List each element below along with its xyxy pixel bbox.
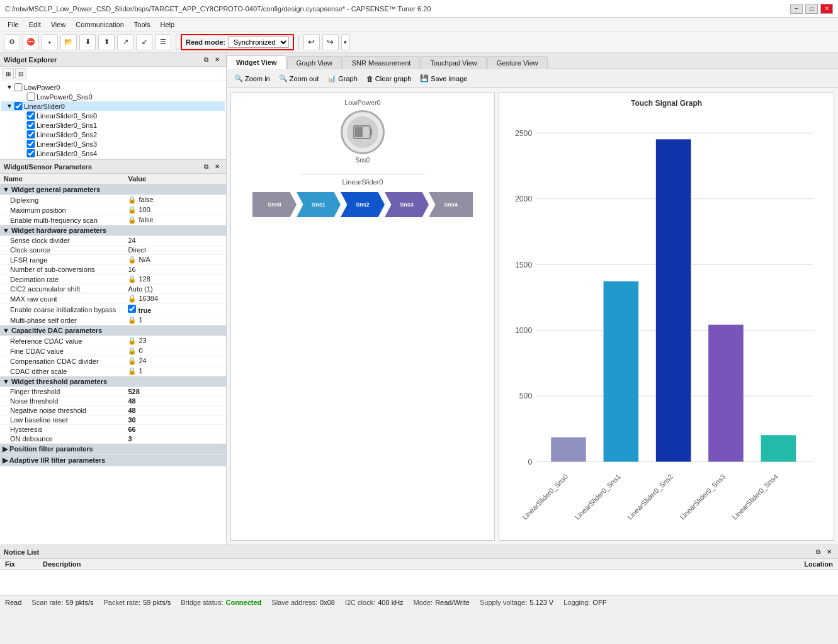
- param-clock: Clock source Direct: [0, 246, 226, 255]
- notice-close-btn[interactable]: ✕: [824, 547, 834, 557]
- upload-button[interactable]: ⬆: [98, 34, 115, 50]
- section-label-general: Widget general parameters: [11, 186, 100, 193]
- tree-check-linearslider0-sns1[interactable]: [26, 121, 35, 129]
- clear-graph-button[interactable]: 🗑 Clear graph: [363, 74, 415, 84]
- menu-edit[interactable]: Edit: [24, 20, 46, 30]
- status-bar: Read Scan rate: 59 pkts/s Packet rate: 5…: [0, 595, 838, 609]
- tree-item-lowpower0-sns0[interactable]: LowPower0_Sns0: [1, 92, 225, 101]
- graph-button[interactable]: 📊 Graph: [324, 73, 361, 84]
- y-label-1000: 1000: [515, 326, 532, 335]
- tree-toggle-linearslider0[interactable]: ▼: [5, 103, 14, 110]
- section-toggle-threshold[interactable]: ▼: [3, 378, 9, 385]
- explorer-toolbar: ⊞ ⊟: [0, 67, 226, 81]
- tab-graph-view[interactable]: Graph View: [287, 56, 342, 69]
- menu-help[interactable]: Help: [155, 20, 179, 30]
- section-toggle-hw[interactable]: ▼: [3, 227, 9, 234]
- undo-button[interactable]: ↩: [303, 34, 320, 50]
- param-name-noise: Noise threshold: [0, 397, 124, 406]
- open-button[interactable]: 📂: [60, 34, 77, 50]
- import-button[interactable]: ↙: [136, 34, 152, 50]
- maximize-button[interactable]: □: [805, 4, 818, 14]
- export-button[interactable]: ↗: [117, 34, 133, 50]
- param-cdacdither: CDAC dither scale 🔒 1: [0, 366, 226, 376]
- widget-view-panel: LowPower0 Sns0: [230, 92, 495, 541]
- connect-button[interactable]: ▪: [42, 34, 58, 50]
- tree-item-linearslider0-sns2[interactable]: LinearSlider0_Sns2: [1, 130, 225, 139]
- notice-col-fix: Fix: [5, 560, 43, 568]
- minimize-button[interactable]: −: [790, 4, 803, 14]
- param-negnoise: Negative noise threshold 48: [0, 406, 226, 415]
- graph-label: Graph: [338, 75, 358, 82]
- close-button[interactable]: ✕: [820, 4, 833, 14]
- lock-icon-maxpos: 🔒: [128, 206, 137, 213]
- tree-check-lowpower0[interactable]: [14, 83, 23, 91]
- lock-icon-compcdac: 🔒: [128, 357, 137, 364]
- menu-communication[interactable]: Communication: [71, 20, 128, 30]
- stop-button[interactable]: ⛔: [23, 34, 39, 50]
- params-col-value: Value: [124, 174, 226, 184]
- params-close-btn[interactable]: ✕: [212, 162, 222, 172]
- param-coarse: Enable coarse initialization bypass true: [0, 304, 226, 315]
- menu-view[interactable]: View: [46, 20, 71, 30]
- tree-check-linearslider0-sns2[interactable]: [26, 130, 35, 138]
- explorer-expand-all[interactable]: ⊞: [3, 68, 14, 79]
- status-logging: Logging: OFF: [563, 599, 606, 606]
- list-button[interactable]: ☰: [155, 34, 171, 50]
- tree-label-linearslider0-sns2: LinearSlider0_Sns2: [37, 131, 97, 138]
- notice-table-header: Fix Description Location: [0, 559, 838, 570]
- param-name-finecdac: Fine CDAC value: [0, 346, 124, 356]
- redo-button[interactable]: ↪: [322, 34, 339, 50]
- section-toggle-cdac[interactable]: ▼: [3, 327, 9, 334]
- widget-explorer-restore[interactable]: ⧉: [201, 55, 211, 65]
- notice-restore-btn[interactable]: ⧉: [813, 547, 823, 557]
- param-maxraw: MAX raw count 🔒 16384: [0, 294, 226, 304]
- tab-snr-measurement[interactable]: SNR Measurement: [343, 56, 421, 69]
- tab-widget-view[interactable]: Widget View: [227, 55, 286, 69]
- tree-label-lowpower0-sns0: LowPower0_Sns0: [37, 93, 93, 101]
- status-scanrate-label: Scan rate:: [31, 599, 63, 606]
- tab-gesture-view[interactable]: Gesture View: [487, 56, 548, 69]
- redo-dropdown[interactable]: ▾: [341, 34, 350, 50]
- download-button[interactable]: ⬇: [79, 34, 96, 50]
- read-mode-select[interactable]: Synchronized Manual Automatic: [228, 37, 289, 48]
- check-coarse[interactable]: [128, 305, 136, 313]
- tree-toggle-lowpower0[interactable]: ▼: [5, 84, 14, 91]
- explorer-collapse-all[interactable]: ⊟: [15, 68, 26, 79]
- zoom-out-button[interactable]: 🔍 Zoom out: [275, 73, 322, 84]
- section-label-cdac: Capacitive DAC parameters: [11, 327, 102, 334]
- save-image-button[interactable]: 💾 Save image: [416, 73, 471, 84]
- zoom-in-button[interactable]: 🔍 Zoom in: [230, 73, 274, 84]
- widget-explorer-close[interactable]: ✕: [212, 55, 222, 65]
- tree-check-linearslider0-sns3[interactable]: [26, 140, 35, 148]
- x-label-sns0: LinearSlider0_Sns0: [521, 473, 569, 521]
- sns3-shape: Sns3: [385, 192, 429, 217]
- tree-item-linearslider0-sns0[interactable]: LinearSlider0_Sns0: [1, 111, 225, 120]
- param-decrate: Decimation rate 🔒 128: [0, 274, 226, 285]
- notice-content: [0, 570, 838, 595]
- param-multiphase: Multi-phase self order 🔒 1: [0, 315, 226, 325]
- status-packetrate-label: Packet rate:: [103, 599, 140, 606]
- menu-file[interactable]: File: [3, 20, 24, 30]
- tree-item-linearslider0-sns4[interactable]: LinearSlider0_Sns4: [1, 149, 225, 158]
- tree-item-lowpower0[interactable]: ▼ LowPower0: [1, 82, 225, 92]
- param-diplexing: Diplexing 🔒 false: [0, 195, 226, 205]
- section-toggle-posfilter[interactable]: ▶: [3, 445, 8, 453]
- param-name-maxraw: MAX raw count: [0, 294, 124, 304]
- tree-check-linearslider0-sns0[interactable]: [26, 111, 35, 120]
- tree-check-linearslider0-sns4[interactable]: [26, 149, 35, 157]
- tree-item-linearslider0-sns3[interactable]: LinearSlider0_Sns3: [1, 139, 225, 149]
- sns2-label: Sns2: [356, 201, 370, 208]
- section-toggle-general[interactable]: ▼: [3, 186, 9, 193]
- tree-item-linearslider0-sns1[interactable]: LinearSlider0_Sns1: [1, 120, 225, 130]
- lowpower0-sensor-circle: [341, 110, 385, 154]
- params-restore-btn[interactable]: ⧉: [201, 162, 211, 172]
- tree-item-linearslider0[interactable]: ▼ LinearSlider0: [1, 101, 225, 111]
- settings-button[interactable]: ⚙: [4, 34, 20, 50]
- param-name-lfsr: LFSR range: [0, 255, 124, 265]
- section-toggle-iirfilter[interactable]: ▶: [3, 456, 8, 464]
- menu-tools[interactable]: Tools: [129, 20, 156, 30]
- tree-check-lowpower0-sns0[interactable]: [26, 93, 35, 101]
- tree-check-linearslider0[interactable]: [14, 102, 23, 110]
- tab-touchpad-view[interactable]: Touchpad View: [421, 56, 486, 69]
- status-packetrate-val: 59 pkts/s: [143, 599, 171, 606]
